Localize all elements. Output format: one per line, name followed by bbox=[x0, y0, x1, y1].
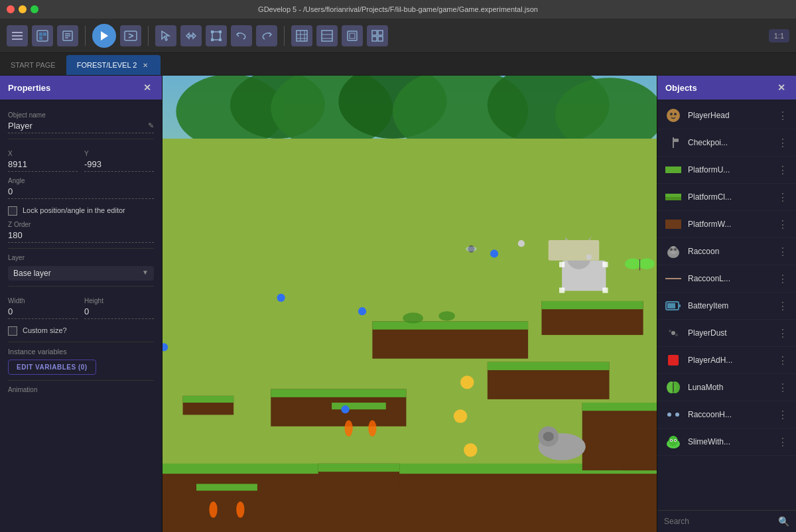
pointer-icon[interactable] bbox=[155, 25, 176, 46]
platformw-menu-icon[interactable]: ⋮ bbox=[776, 217, 789, 232]
platformcl-menu-icon[interactable]: ⋮ bbox=[776, 190, 789, 205]
titlebar: GDevelop 5 - /Users/florianrival/Project… bbox=[0, 0, 796, 19]
svg-rect-80 bbox=[602, 262, 608, 267]
tab-close-icon[interactable]: ✕ bbox=[141, 60, 150, 70]
divider5 bbox=[8, 380, 154, 381]
list-icon[interactable] bbox=[316, 25, 338, 46]
object-item-slimewith[interactable]: SlimeWith... ⋮ bbox=[657, 429, 796, 456]
svg-point-136 bbox=[675, 413, 679, 417]
search-bar: 🔍 bbox=[657, 510, 796, 532]
svg-rect-65 bbox=[332, 403, 386, 409]
x-col: X 8911 bbox=[8, 145, 78, 172]
maximize-button[interactable] bbox=[31, 5, 38, 13]
search-input[interactable] bbox=[664, 517, 774, 526]
battery-menu-icon[interactable]: ⋮ bbox=[776, 299, 789, 314]
svg-point-71 bbox=[236, 501, 244, 517]
svg-point-94 bbox=[358, 307, 366, 315]
window-title: GDevelop 5 - /Users/florianrival/Project… bbox=[258, 5, 538, 13]
scene-icon[interactable] bbox=[32, 25, 53, 46]
raccoonh-name: RaccoonH... bbox=[688, 410, 771, 419]
object-item-playerhead[interactable]: PlayerHead ⋮ bbox=[657, 102, 796, 129]
close-button[interactable] bbox=[7, 5, 15, 13]
playerhead-menu-icon[interactable]: ⋮ bbox=[776, 108, 789, 123]
height-col: Height 0 bbox=[84, 292, 154, 319]
edit-variables-button[interactable]: EDIT VARIABLES (0) bbox=[8, 360, 96, 375]
svg-rect-57 bbox=[318, 464, 399, 472]
svg-rect-51 bbox=[271, 389, 406, 397]
play-button[interactable] bbox=[92, 24, 116, 48]
move-icon[interactable] bbox=[180, 25, 202, 46]
tab-bar: START PAGE FOREST/LEVEL 2 ✕ bbox=[0, 53, 796, 76]
properties-close-icon[interactable]: ✕ bbox=[141, 81, 154, 94]
object-item-playerdust[interactable]: PlayerDust ⋮ bbox=[657, 320, 796, 347]
svg-point-70 bbox=[209, 501, 217, 517]
width-value[interactable]: 0 bbox=[8, 306, 78, 319]
object-item-battery[interactable]: BatteryItem ⋮ bbox=[657, 293, 796, 320]
object-item-platformu[interactable]: PlatformU... ⋮ bbox=[657, 157, 796, 184]
object-item-checkpoint[interactable]: Checkpoi... ⋮ bbox=[657, 129, 796, 157]
object-item-raccoonh[interactable]: RaccoonH... ⋮ bbox=[657, 401, 796, 429]
undo-icon[interactable] bbox=[231, 25, 252, 46]
canvas-area[interactable] bbox=[163, 76, 657, 532]
svg-rect-59 bbox=[582, 403, 657, 411]
object-item-platformw[interactable]: PlatformW... ⋮ bbox=[657, 211, 796, 238]
objects-close-icon[interactable]: ✕ bbox=[775, 81, 788, 94]
divider4 bbox=[8, 342, 154, 342]
edit-name-icon[interactable]: ✎ bbox=[148, 121, 154, 130]
object-name-label: Object name bbox=[8, 111, 154, 119]
x-value[interactable]: 8911 bbox=[8, 159, 78, 172]
tab-start-page[interactable]: START PAGE bbox=[0, 55, 66, 75]
divider3 bbox=[8, 286, 154, 287]
svg-rect-55 bbox=[542, 301, 643, 309]
svg-rect-18 bbox=[211, 31, 214, 33]
slimewith-menu-icon[interactable]: ⋮ bbox=[776, 434, 789, 450]
object-item-lunamoth[interactable]: LunaMoth ⋮ bbox=[657, 374, 796, 401]
svg-point-97 bbox=[518, 240, 525, 247]
raccoonh-menu-icon[interactable]: ⋮ bbox=[776, 407, 789, 423]
layer-label: Layer bbox=[8, 254, 154, 261]
divider1 bbox=[8, 139, 154, 139]
lunamoth-name: LunaMoth bbox=[688, 383, 771, 392]
grid-icon[interactable] bbox=[291, 25, 312, 46]
fullscreen-icon[interactable] bbox=[342, 25, 363, 46]
event-icon[interactable] bbox=[57, 25, 78, 46]
object-item-raccoonl[interactable]: RaccoonL... ⋮ bbox=[657, 265, 796, 293]
svg-point-133 bbox=[671, 381, 680, 393]
tilesheet-icon[interactable] bbox=[367, 25, 388, 46]
aspect-ratio[interactable]: 1:1 bbox=[769, 29, 789, 42]
svg-rect-21 bbox=[219, 38, 222, 41]
svg-rect-113 bbox=[673, 139, 679, 142]
playerdust-menu-icon[interactable]: ⋮ bbox=[776, 326, 789, 341]
preview-icon[interactable] bbox=[120, 25, 141, 46]
object-item-raccoon[interactable]: Raccoon ⋮ bbox=[657, 238, 796, 265]
tab-forest-level2[interactable]: FOREST/LEVEL 2 ✕ bbox=[66, 55, 161, 75]
redo-icon[interactable] bbox=[256, 25, 277, 46]
svg-point-87 bbox=[543, 432, 554, 441]
svg-point-111 bbox=[674, 113, 677, 115]
lock-checkbox-row: Lock position/angle in the editor bbox=[8, 206, 154, 216]
angle-value[interactable]: 0 bbox=[8, 186, 154, 199]
svg-point-141 bbox=[671, 440, 672, 441]
platformu-menu-icon[interactable]: ⋮ bbox=[776, 163, 789, 178]
height-value[interactable]: 0 bbox=[84, 306, 154, 319]
lock-checkbox[interactable] bbox=[8, 206, 17, 216]
z-order-value[interactable]: 180 bbox=[8, 230, 154, 243]
playeradh-menu-icon[interactable]: ⋮ bbox=[776, 353, 789, 368]
scale-icon[interactable] bbox=[206, 25, 227, 46]
lunamoth-menu-icon[interactable]: ⋮ bbox=[776, 380, 789, 395]
playerhead-icon bbox=[664, 106, 683, 125]
raccoon-menu-icon[interactable]: ⋮ bbox=[776, 244, 789, 259]
minimize-button[interactable] bbox=[19, 5, 27, 13]
svg-rect-22 bbox=[297, 31, 307, 41]
object-item-platformcl[interactable]: PlatformCl... ⋮ bbox=[657, 184, 796, 211]
checkpoint-menu-icon[interactable]: ⋮ bbox=[776, 135, 789, 151]
layer-select[interactable]: Base layer bbox=[8, 266, 154, 281]
svg-rect-30 bbox=[348, 31, 357, 40]
object-item-playeradh[interactable]: PlayerAdH... ⋮ bbox=[657, 347, 796, 374]
svg-rect-33 bbox=[378, 31, 383, 35]
custom-size-checkbox[interactable] bbox=[8, 326, 17, 336]
menu-icon[interactable] bbox=[7, 25, 28, 46]
y-value[interactable]: -993 bbox=[84, 159, 154, 172]
raccoonl-menu-icon[interactable]: ⋮ bbox=[776, 271, 789, 287]
divider2 bbox=[8, 248, 154, 249]
